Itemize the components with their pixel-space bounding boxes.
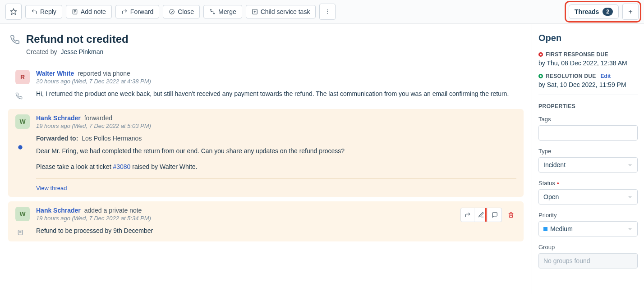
priority-select[interactable]: Medium: [538, 221, 638, 236]
tags-input[interactable]: [538, 125, 638, 141]
edit-icon: [478, 212, 484, 218]
message-verb: forwarded: [84, 114, 112, 122]
side-panel: Open FIRST RESPONSE DUE by Thu, 08 Dec 2…: [532, 24, 644, 294]
note-edit-action[interactable]: [474, 208, 488, 222]
forwarded-to-label: Forwarded to:: [36, 135, 78, 142]
forward-icon: [121, 9, 128, 15]
svg-point-14: [18, 145, 22, 149]
add-note-button[interactable]: Add note: [66, 5, 112, 18]
svg-point-10: [327, 11, 328, 12]
message-author[interactable]: Hank Schrader: [36, 114, 81, 122]
status-value: Open: [543, 193, 559, 200]
reply-icon: [31, 9, 37, 15]
ticket-main: Refund not credited Created by Jesse Pin…: [0, 24, 532, 294]
group-select[interactable]: No groups found: [538, 253, 638, 268]
check-circle-icon: [169, 9, 175, 15]
forwarded-to-value: Los Pollos Hermanos: [82, 135, 142, 142]
status-label: Status •: [538, 180, 638, 186]
forwarded-to-row: Forwarded to: Los Pollos Hermanos: [36, 135, 516, 142]
message-meta: 20 hours ago (Wed, 7 Dec 2022 at 4:38 PM…: [36, 78, 516, 85]
type-value: Incident: [543, 161, 566, 168]
resolution-due-text: by Sat, 10 Dec 2022, 11:59 PM: [538, 81, 638, 88]
trash-icon: [508, 212, 514, 218]
threads-label: Threads: [575, 8, 599, 15]
message-forwarded: W Hank Schrader forwarded 19 hours ago (…: [8, 109, 524, 197]
plus-icon: [627, 9, 634, 15]
note-delete-action[interactable]: [505, 208, 517, 222]
resolution-edit-link[interactable]: Edit: [601, 73, 611, 79]
first-response-due-text: by Thu, 08 Dec 2022, 12:38 AM: [538, 59, 638, 67]
forward-button[interactable]: Forward: [115, 5, 159, 18]
thread-indicator-icon: [17, 144, 23, 150]
message-private-note: W Hank Schrader added a private note 19 …: [8, 201, 524, 241]
close-button[interactable]: Close: [163, 5, 200, 18]
message-author[interactable]: Walter White: [36, 70, 74, 77]
group-label: Group: [538, 244, 638, 250]
threads-count-badge: 2: [603, 8, 613, 16]
note-channel-icon: [17, 229, 23, 236]
type-select[interactable]: Incident: [538, 157, 638, 173]
note-forward-action[interactable]: [461, 208, 474, 222]
message-verb: added a private note: [84, 207, 142, 214]
priority-value: Medium: [543, 225, 573, 232]
child-task-icon: [252, 9, 258, 15]
merge-button[interactable]: Merge: [203, 5, 242, 18]
message-meta: 19 hours ago (Wed, 7 Dec 2022 at 5:34 PM…: [36, 215, 516, 222]
reply-label: Reply: [40, 8, 56, 15]
add-thread-button[interactable]: [622, 4, 639, 20]
star-button[interactable]: [5, 4, 22, 20]
add-note-label: Add note: [81, 8, 106, 15]
first-response-due-row: FIRST RESPONSE DUE: [538, 51, 638, 58]
threads-chip[interactable]: Threads 2: [569, 5, 619, 19]
message-text: Hi, I returned the product one week back…: [36, 89, 516, 99]
required-indicator-icon: •: [557, 181, 559, 186]
child-task-label: Child service task: [261, 8, 310, 15]
close-label: Close: [178, 8, 194, 15]
more-button[interactable]: [319, 4, 336, 20]
tags-label: Tags: [538, 116, 638, 123]
child-service-task-button[interactable]: Child service task: [246, 5, 316, 18]
view-thread-link[interactable]: View thread: [36, 185, 67, 191]
avatar: R: [15, 70, 30, 84]
chevron-down-icon: [627, 194, 633, 200]
avatar: W: [15, 114, 30, 129]
ticket-title: Refund not credited: [26, 33, 129, 45]
first-response-due-label: FIRST RESPONSE DUE: [546, 51, 608, 58]
message-meta: 19 hours ago (Wed, 7 Dec 2022 at 5:03 PM…: [36, 123, 516, 129]
ticket-status-title: Open: [538, 33, 638, 43]
top-toolbar: Reply Add note Forward Close Merge: [0, 0, 644, 24]
forward-label: Forward: [130, 8, 153, 15]
message-verb: reported via phone: [78, 70, 130, 77]
group-placeholder: No groups found: [543, 257, 590, 264]
note-thread-action[interactable]: [488, 208, 501, 222]
ticket-ref-link[interactable]: #3080: [113, 163, 130, 170]
ticket-created-by: Created by Jesse Pinkman: [26, 48, 129, 55]
merge-icon: [209, 9, 216, 15]
avatar: W: [15, 207, 30, 221]
svg-point-9: [327, 9, 328, 10]
priority-label: Priority: [538, 212, 638, 218]
message-reported: R Walter White reported via phone 20 hou…: [8, 64, 524, 105]
more-vertical-icon: [324, 9, 331, 15]
svg-marker-0: [10, 9, 16, 14]
forward-icon: [465, 212, 471, 218]
creator-name: Jesse Pinkman: [60, 48, 103, 55]
merge-label: Merge: [218, 8, 236, 15]
status-select[interactable]: Open: [538, 189, 638, 205]
chevron-down-icon: [627, 226, 633, 232]
forward-line-1: Dear Mr. Fring, we had completed the ret…: [36, 146, 516, 156]
reply-button[interactable]: Reply: [25, 5, 62, 18]
svg-point-5: [170, 9, 175, 14]
resolution-due-row: RESOLUTION DUE Edit: [538, 73, 638, 79]
message-author[interactable]: Hank Schrader: [36, 207, 81, 214]
created-by-label: Created by: [26, 48, 57, 55]
avatar-letter: R: [20, 73, 25, 81]
star-icon: [10, 8, 17, 15]
note-text: Refund to be processed by 9th December: [36, 226, 516, 236]
svg-point-11: [327, 13, 328, 14]
comment-icon: [492, 212, 498, 218]
avatar-letter: W: [19, 210, 25, 218]
type-label: Type: [538, 148, 638, 155]
properties-heading: PROPERTIES: [538, 95, 638, 109]
chevron-down-icon: [627, 162, 633, 168]
